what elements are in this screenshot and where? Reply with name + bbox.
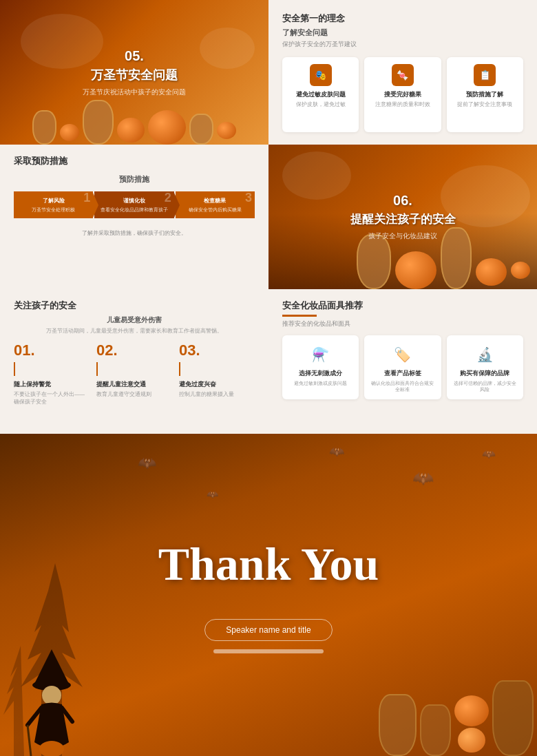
cosmetics-sub: 推荐安全的化妆品和面具 xyxy=(282,319,523,328)
main-grid: 05. 万圣节安全问题 万圣节庆祝活动中孩子的安全问题 安全第一的理念 了解安全… xyxy=(0,0,537,756)
safety-card-1: 🎭 避免过敏皮肤问题 保护皮肤，避免过敏 xyxy=(282,57,359,132)
safety-card-2: 🍬 搜受完好糖果 注意糖果的质量和时效 xyxy=(364,57,441,132)
svg-line-5 xyxy=(28,725,31,756)
recommend-card-3: 🔬 购买有保障的品牌 选择可信赖的品牌，减少安全风险 xyxy=(447,335,523,399)
slide-06-title: 提醒关注孩子的安全 xyxy=(350,211,456,227)
card1-desc: 保护皮肤，避免过敏 xyxy=(296,101,346,108)
bottom-right-decoration xyxy=(399,632,537,756)
slide-05-main-title: 万圣节安全问题 xyxy=(91,67,178,83)
point-3-desc: 控制儿童的糖果摄入量 xyxy=(179,391,255,399)
point-2-line xyxy=(96,362,98,376)
point-1: 01. 随上保持警觉 不要让孩子在一个人外出——确保孩子安全 xyxy=(14,342,90,406)
prevention-sub: 预防措施 xyxy=(14,174,255,185)
point-2-num: 02. xyxy=(96,342,172,359)
child-safety-header: 关注孩子的安全 xyxy=(14,300,255,312)
label-icon: 🏷️ xyxy=(390,342,414,366)
card2-desc: 注意糖果的质量和时效 xyxy=(375,101,430,108)
cosmetics-underline xyxy=(282,315,317,317)
step-3-desc: 确保安全管内后购买糖果 xyxy=(189,207,242,213)
point-1-line xyxy=(14,362,15,376)
safety-concept-sub: 了解安全问题 xyxy=(282,28,523,38)
prevention-steps: 1 了解风险 万圣节安全处理积极 2 谨慎化妆 查看安全化妆品品牌和教育孩子 3… xyxy=(14,191,255,218)
rec-card3-desc: 选择可信赖的品牌，减少安全风险 xyxy=(452,380,518,392)
candy-icon: 🍬 xyxy=(392,64,414,86)
slide-05-title: 05. xyxy=(125,48,144,64)
recommend-card-2: 🏷️ 查看产品标签 确认化妆品和面具符合合规安全标准 xyxy=(364,335,441,399)
slide-safety-concept: 安全第一的理念 了解安全问题 保护孩子安全的万圣节建议 🎭 避免过敏皮肤问题 保… xyxy=(268,0,537,145)
witch-figure-icon xyxy=(21,646,83,756)
slide-06-subtitle: 孩子安全与化妆品建议 xyxy=(368,231,437,241)
slide-05-subtitle: 万圣节庆祝活动中孩子的安全问题 xyxy=(83,87,186,97)
point-2-title: 提醒儿童注意交通 xyxy=(96,380,172,389)
no-irritant-icon: ⚗️ xyxy=(308,342,333,366)
step-2-number: 2 xyxy=(165,191,171,205)
point-1-num: 01. xyxy=(14,342,90,359)
point-3-num: 03. xyxy=(179,342,255,359)
step-1-title: 了解风险 xyxy=(43,197,65,204)
slide-06-number: 06. xyxy=(393,193,412,209)
rec-card3-title: 购买有保障的品牌 xyxy=(460,370,509,378)
slide-child-safety-detail: 关注孩子的安全 儿童易受意外伤害 万圣节活动期间，儿童最受意外伤害，需要家长和教… xyxy=(0,289,268,434)
point-1-title: 随上保持警觉 xyxy=(14,380,90,389)
card3-title: 预防措施了解 xyxy=(466,90,503,99)
step-1: 1 了解风险 万圣节安全处理积极 xyxy=(14,191,93,218)
bat-5-icon: 🦇 xyxy=(207,489,218,500)
bat-4-icon: 🦇 xyxy=(482,448,496,461)
slide-06-child-safety: 06. 提醒关注孩子的安全 孩子安全与化妆品建议 xyxy=(268,145,537,289)
child-safety-sub: 儿童易受意外伤害 xyxy=(14,315,255,325)
speaker-label: Speaker name and title xyxy=(226,625,310,635)
bat-3-icon: 🦇 xyxy=(412,468,434,488)
step-3: 3 检查糖果 确保安全管内后购买糖果 xyxy=(176,191,255,218)
allergy-icon: 🎭 xyxy=(310,64,332,86)
bat-1-icon: 🦇 xyxy=(138,454,156,472)
safety-concept-header: 安全第一的理念 xyxy=(282,12,523,25)
svg-marker-0 xyxy=(34,649,69,684)
rec-card2-desc: 确认化妆品和面具符合合规安全标准 xyxy=(369,380,436,392)
slide-05-halloween-safety: 05. 万圣节安全问题 万圣节庆祝活动中孩子的安全问题 xyxy=(0,0,268,145)
recommend-cards-row: ⚗️ 选择无刺激成分 避免过敏刺激或皮肤问题 🏷️ 查看产品标签 确认化妆品和面… xyxy=(282,335,523,399)
slide-cosmetics-recommend: 安全化妆品面具推荐 推荐安全的化妆品和面具 ⚗️ 选择无刺激成分 避免过敏刺激或… xyxy=(268,289,537,434)
rec-card2-title: 查看产品标签 xyxy=(384,370,421,378)
point-3: 03. 避免过度兴奋 控制儿童的糖果摄入量 xyxy=(179,342,255,406)
svg-point-2 xyxy=(42,686,61,705)
step-1-desc: 万圣节安全处理积极 xyxy=(32,207,75,213)
rec-card1-desc: 避免过敏刺激或皮肤问题 xyxy=(294,380,347,386)
card1-title: 避免过敏皮肤问题 xyxy=(296,90,346,99)
bat-2-icon: 🦇 xyxy=(329,444,344,459)
prevention-footer: 了解并采取预防措施，确保孩子们的安全。 xyxy=(14,229,255,237)
prevention-header: 采取预防措施 xyxy=(14,155,255,167)
point-2: 02. 提醒儿童注意交通 教育儿童遵守交通规则 xyxy=(96,342,172,406)
safety-concept-desc: 保护孩子安全的万圣节建议 xyxy=(282,40,523,49)
rec-card1-title: 选择无刺激成分 xyxy=(299,370,342,378)
point-3-title: 避免过度兴奋 xyxy=(179,380,255,389)
step-1-number: 1 xyxy=(83,191,90,205)
safety-points-row: 01. 随上保持警觉 不要让孩子在一个人外出——确保孩子安全 02. 提醒儿童注… xyxy=(14,342,255,406)
cosmetics-header: 安全化妆品面具推荐 xyxy=(282,300,523,312)
card2-title: 搜受完好糖果 xyxy=(384,90,421,99)
safety-cards-row: 🎭 避免过敏皮肤问题 保护皮肤，避免过敏 🍬 搜受完好糖果 注意糖果的质量和时效… xyxy=(282,57,523,132)
slide-prevention: 采取预防措施 预防措施 1 了解风险 万圣节安全处理积极 2 谨慎化妆 查看安全… xyxy=(0,145,268,289)
step-3-title: 检查糖果 xyxy=(204,197,226,204)
speaker-line-input[interactable] xyxy=(213,649,324,653)
point-3-line xyxy=(179,362,180,376)
safety-card-3: 📋 预防措施了解 提前了解安全注意事项 xyxy=(447,57,523,132)
step-2: 2 谨慎化妆 查看安全化妆品品牌和教育孩子 xyxy=(94,191,173,218)
card3-desc: 提前了解安全注意事项 xyxy=(457,101,512,108)
point-1-desc: 不要让孩子在一个人外出——确保孩子安全 xyxy=(14,391,90,406)
brand-icon: 🔬 xyxy=(473,342,497,366)
thank-you-text: Thank You xyxy=(158,537,379,591)
step-2-desc: 查看安全化妆品品牌和教育孩子 xyxy=(101,207,168,213)
speaker-name-box[interactable]: Speaker name and title xyxy=(204,619,332,641)
child-safety-desc: 万圣节活动期间，儿童最受意外伤害，需要家长和教育工作者提高警惕。 xyxy=(14,327,255,335)
prevention-icon: 📋 xyxy=(474,64,496,86)
slide-thank-you: 🦇 🦇 🦇 🦇 🦇 Tha xyxy=(0,434,537,756)
step-2-title: 谨慎化妆 xyxy=(123,197,145,204)
step-3-number: 3 xyxy=(245,191,252,205)
point-2-desc: 教育儿童遵守交通规则 xyxy=(96,391,172,399)
recommend-card-1: ⚗️ 选择无刺激成分 避免过敏刺激或皮肤问题 xyxy=(282,335,359,399)
